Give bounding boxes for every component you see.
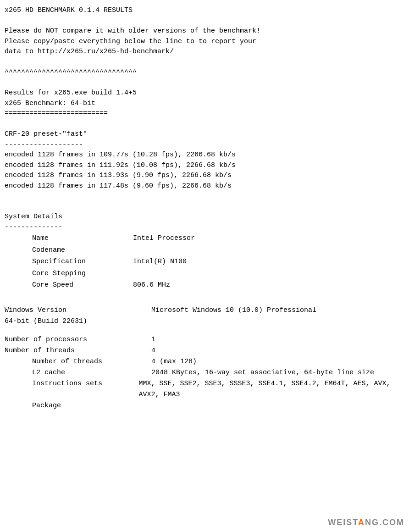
line-14: encoded 1128 frames in 109.77s (10.28 fp… (5, 151, 236, 159)
line-15: encoded 1128 frames in 111.92s (10.08 fp… (5, 161, 236, 169)
name-value: Intel Processor (133, 233, 195, 244)
windows-extra-row: 64-bit (Build 22631) (5, 316, 404, 327)
instruction-sets-row: Instructions sets MMX, SSE, SSE2, SSE3, … (5, 378, 404, 400)
windows-value: Microsoft Windows 10 (10.0) Professional (151, 305, 316, 316)
watermark: WEISTANG.COM (328, 518, 404, 527)
line-16: encoded 1128 frames in 113.93s (9.90 fps… (5, 172, 232, 179)
core-stepping-row: Core Stepping (32, 268, 404, 280)
l2-cache-value: 2048 KBytes, 16-way set associative, 64-… (151, 367, 374, 378)
num-threads-detail-row: Number of threads 4 (max 128) (5, 356, 404, 367)
line-2: Please do NOT compare it with older vers… (5, 27, 260, 35)
line-6: ^^^^^^^^^^^^^^^^^^^^^^^^^^^^^^^^ (5, 68, 137, 76)
line-4: data to http://x265.ru/x265-hd-benchmark… (5, 48, 174, 55)
num-processors-value: 1 (151, 334, 155, 345)
name-row: Name Intel Processor (32, 233, 404, 244)
num-threads-detail-value: 4 (max 128) (151, 356, 197, 367)
num-processors-row: Number of processors 1 (5, 334, 404, 345)
main-content: x265 HD BENCHMARK 0.1.4 RESULTS Please d… (5, 6, 404, 233)
line-3: Please copy/paste everything below the l… (5, 38, 256, 45)
core-stepping-label: Core Stepping (32, 268, 133, 280)
specification-value: Intel(R) N100 (133, 256, 187, 268)
line-9: x265 Benchmark: 64-bit (5, 100, 95, 107)
core-speed-label: Core Speed (32, 279, 133, 291)
line-20: System Details (5, 213, 62, 221)
num-threads-row: Number of threads 4 (5, 345, 404, 356)
codename-label: Codename (32, 244, 133, 256)
system-table: Name Intel Processor Codename Specificat… (5, 233, 404, 291)
instruction-sets-value: MMX, SSE, SSE2, SSE3, SSSE3, SSE4.1, SSE… (138, 378, 404, 400)
line-0: x265 HD BENCHMARK 0.1.4 RESULTS (5, 6, 133, 14)
package-row: Package (5, 400, 404, 411)
windows-label: Windows Version (5, 305, 151, 316)
name-label: Name (32, 233, 133, 244)
os-section: Windows Version Microsoft Windows 10 (10… (5, 305, 404, 327)
line-17: encoded 1128 frames in 117.48s (9.60 fps… (5, 182, 232, 190)
line-10: ========================= (5, 110, 108, 117)
line-8: Results for x265.exe build 1.4+5 (5, 89, 137, 97)
core-speed-value: 806.6 MHz (133, 279, 170, 291)
package-label: Package (32, 400, 151, 411)
windows-extra: 64-bit (Build 22631) (5, 317, 87, 325)
core-speed-row: Core Speed 806.6 MHz (32, 279, 404, 291)
num-processors-label: Number of processors (5, 334, 151, 345)
line-21: -------------- (5, 223, 62, 231)
instruction-sets-label: Instructions sets (32, 378, 138, 400)
l2-cache-row: L2 cache 2048 KBytes, 16-way set associa… (5, 367, 404, 378)
specification-row: Specification Intel(R) N100 (32, 256, 404, 268)
num-threads-detail-label: Number of threads (32, 356, 151, 367)
num-threads-label: Number of threads (5, 345, 151, 356)
codename-row: Codename (32, 244, 404, 256)
line-13: ------------------- (5, 141, 83, 149)
specification-label: Specification (32, 256, 133, 268)
line-12: CRF-20 preset-"fast" (5, 130, 87, 138)
l2-cache-label: L2 cache (32, 367, 151, 378)
num-threads-value: 4 (151, 345, 155, 356)
processors-section: Number of processors 1 Number of threads… (5, 334, 404, 411)
windows-row: Windows Version Microsoft Windows 10 (10… (5, 305, 404, 316)
